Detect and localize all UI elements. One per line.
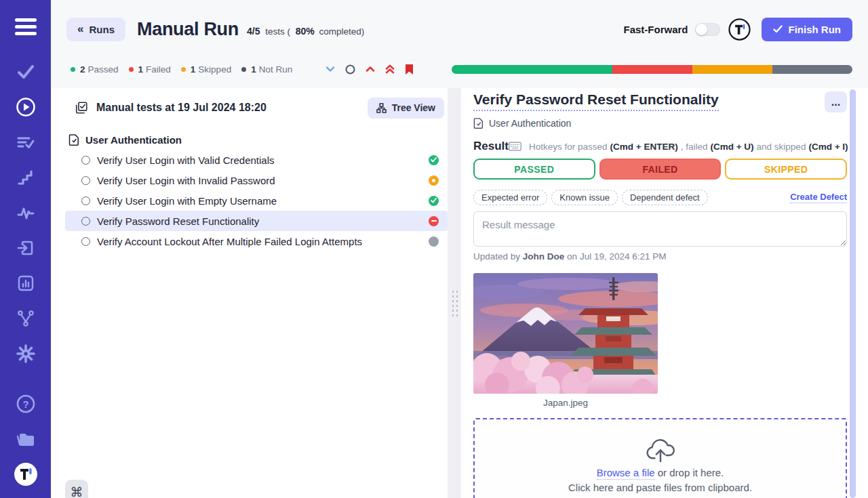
hotkeys-shortcut-button[interactable]: ⌘ (65, 480, 88, 498)
analytics-icon[interactable] (0, 266, 51, 301)
fast-forward-label: Fast-Forward (623, 24, 688, 35)
test-row[interactable]: Verify User Login with Valid Credentials (65, 150, 448, 170)
test-title: Verify Password Reset Functionality (97, 215, 259, 227)
run-progress-summary: 4/5 tests ( 80% completed) (247, 26, 364, 37)
right-panel-scrollbar[interactable] (850, 89, 856, 498)
tree-view-button[interactable]: Tree View (368, 98, 444, 119)
steps-icon[interactable] (0, 160, 51, 195)
create-defect-link[interactable]: Create Defect (790, 192, 847, 203)
circle-icon[interactable] (345, 64, 355, 75)
test-radio[interactable] (81, 217, 90, 226)
runs-play-icon[interactable] (0, 89, 51, 125)
brand-logo[interactable] (728, 18, 751, 41)
testomat-logo[interactable] (0, 457, 51, 492)
tag-known-issue[interactable]: Known issue (551, 190, 618, 205)
failed-dot (129, 67, 134, 72)
app-sidebar: ? (0, 0, 51, 498)
test-row[interactable]: Verify User Login with Empty Username (65, 190, 448, 211)
status-failed-icon (429, 216, 439, 226)
result-message-input[interactable] (473, 211, 847, 247)
progress-failed (612, 65, 692, 74)
attachment-filename: Japan.jpeg (473, 398, 658, 408)
settings-gear-icon[interactable] (0, 336, 51, 371)
test-title: Verify User Login with Valid Credentials (97, 154, 275, 166)
import-icon[interactable] (0, 230, 51, 266)
page-title: Manual Run (137, 19, 239, 40)
test-plans-icon[interactable] (0, 125, 51, 160)
collapse-icon[interactable] (326, 66, 335, 72)
branches-icon[interactable] (0, 301, 51, 336)
test-radio[interactable] (81, 196, 90, 205)
finish-run-label: Finish Run (789, 24, 842, 35)
file-dropzone[interactable]: Browse a file or drop it here. Click her… (473, 418, 847, 498)
bookmark-icon[interactable] (405, 64, 414, 75)
test-title: Verify User Login with Invalid Password (97, 175, 275, 186)
toggle-knob (696, 24, 707, 35)
more-actions-button[interactable]: ... (825, 91, 847, 112)
skipped-dot (181, 67, 186, 72)
back-to-runs-button[interactable]: « Runs (66, 18, 125, 41)
updated-by-line: Updated by John Doe on Jul 19, 2024 6:21… (473, 251, 847, 262)
run-controls (326, 64, 414, 75)
run-list-title: Manual tests at 19 Jul 2024 18:20 (96, 102, 267, 114)
upload-cloud-icon (645, 437, 676, 463)
failed-count: 1Failed (129, 64, 171, 75)
percent-completed: 80% (296, 26, 315, 37)
tag-dependent-defect[interactable]: Dependent defect (622, 190, 708, 205)
verdict-buttons: PASSED FAILED SKIPPED (473, 159, 847, 180)
test-row[interactable]: Verify Account Lockout After Multiple Fa… (65, 231, 448, 251)
status-skipped-icon (429, 175, 439, 186)
status-passed-icon (429, 196, 439, 206)
attachment-image[interactable] (473, 273, 658, 394)
passed-dot (71, 67, 75, 72)
finish-run-button[interactable]: Finish Run (762, 18, 853, 41)
browse-file-link[interactable]: Browse a file (597, 467, 655, 480)
check-icon (773, 25, 783, 33)
tests-check-icon[interactable] (0, 54, 51, 89)
suite-user-authentication[interactable]: User Authentication (68, 133, 448, 146)
test-row-selected[interactable]: Verify Password Reset Functionality (65, 211, 448, 231)
attachment: Japan.jpeg (473, 273, 658, 408)
progress-notrun (772, 65, 852, 74)
breadcrumb-suite[interactable]: User Authentication (473, 117, 847, 129)
test-row[interactable]: Verify User Login with Invalid Password (65, 170, 448, 190)
breadcrumb-suite-label: User Authentication (489, 118, 571, 129)
keyboard-icon (509, 142, 521, 151)
suite-icon (473, 117, 484, 129)
tag-expected-error[interactable]: Expected error (473, 190, 547, 205)
suite-icon (68, 133, 79, 146)
resizer-handle-icon (450, 288, 458, 319)
double-chevron-up-icon[interactable] (385, 64, 395, 74)
header: « Runs Manual Run 4/5 tests ( 80% comple… (51, 0, 868, 58)
tree-view-label: Tree View (392, 102, 435, 113)
tag-row: Expected error Known issue Dependent def… (473, 190, 847, 205)
progress-skipped (692, 65, 772, 74)
help-icon[interactable]: ? (0, 386, 51, 421)
chevron-up-icon[interactable] (366, 66, 375, 72)
failed-button[interactable]: FAILED (599, 159, 722, 180)
panel-resizer[interactable] (448, 88, 461, 498)
menu-icon[interactable] (13, 14, 39, 41)
paste-hint: Click here and paste files from clipboar… (568, 482, 752, 493)
pulse-icon[interactable] (0, 195, 51, 230)
test-title: Verify User Login with Empty Username (97, 195, 277, 207)
status-notrun-icon (429, 236, 439, 247)
hotkeys-hint: Hotkeys for passed (Cmd + ENTER) , faile… (509, 142, 848, 152)
test-radio[interactable] (81, 176, 90, 185)
tree-view-icon (376, 103, 387, 113)
updated-by-user: John Doe (523, 251, 565, 262)
skipped-count: 1Skipped (181, 64, 231, 75)
completed-word: completed) (319, 26, 365, 37)
projects-folder-icon[interactable] (0, 421, 51, 457)
passed-count: 2Passed (71, 64, 119, 75)
tests-word: tests ( (265, 26, 290, 37)
test-radio[interactable] (81, 156, 90, 165)
notrun-count: 1Not Run (241, 64, 292, 75)
skipped-button[interactable]: SKIPPED (725, 159, 847, 180)
passed-button[interactable]: PASSED (473, 159, 595, 180)
test-radio[interactable] (81, 237, 90, 246)
back-label: Runs (89, 24, 115, 35)
test-detail-title[interactable]: Verify Password Reset Functionality (473, 91, 719, 111)
fast-forward-toggle[interactable] (695, 23, 720, 36)
status-bar: 2Passed 1Failed 1Skipped 1Not Run (51, 58, 868, 88)
